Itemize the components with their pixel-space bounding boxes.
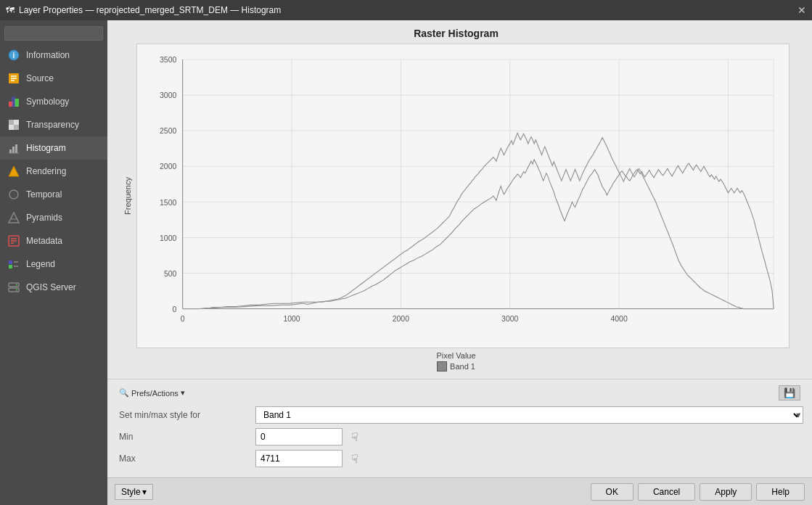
svg-text:2000: 2000 (160, 163, 176, 171)
svg-rect-14 (15, 144, 17, 153)
sidebar-item-pyramids[interactable]: Pyramids (0, 206, 107, 229)
svg-rect-12 (9, 149, 12, 153)
min-label: Min (119, 432, 250, 442)
sidebar-item-label: QGIS Server (26, 282, 76, 292)
svg-text:2500: 2500 (160, 127, 176, 135)
svg-text:2000: 2000 (392, 315, 409, 323)
svg-text:1500: 1500 (160, 199, 176, 207)
svg-rect-11 (14, 125, 19, 130)
symbology-icon (7, 95, 20, 108)
action-buttons: OK Cancel Apply Help (591, 483, 805, 501)
svg-text:500: 500 (163, 270, 176, 278)
sidebar-item-label: Metadata (26, 236, 62, 246)
sidebar-item-label: Transparency (26, 120, 79, 130)
sidebar-item-label: Histogram (26, 143, 66, 153)
sidebar-item-label: Source (26, 73, 54, 83)
y-axis-label: Frequency (123, 177, 132, 215)
sidebar-item-temporal[interactable]: Temporal (0, 183, 107, 206)
metadata-icon (7, 234, 20, 247)
prefs-row: 🔍 Prefs/Actions ▾ 💾 (119, 385, 800, 401)
sidebar-item-metadata[interactable]: Metadata (0, 229, 107, 252)
min-input[interactable] (255, 428, 343, 446)
temporal-icon (7, 188, 20, 201)
sidebar-search-input[interactable] (4, 26, 103, 41)
sidebar-item-label: Symbology (26, 97, 69, 107)
sidebar-item-label: Rendering (26, 166, 66, 176)
prefs-label: Prefs/Actions (131, 389, 179, 398)
cancel-button[interactable]: Cancel (638, 483, 695, 501)
band-legend-label: Band 1 (450, 362, 475, 371)
apply-button[interactable]: Apply (700, 483, 752, 501)
help-button[interactable]: Help (756, 483, 805, 501)
sidebar-item-label: Pyramids (26, 213, 62, 223)
chart-title: Raster Histogram (414, 28, 499, 39)
sidebar-item-symbology[interactable]: Symbology (0, 90, 107, 113)
window-title: Layer Properties — reprojected_merged_SR… (19, 5, 281, 15)
sidebar-item-transparency[interactable]: Transparency (0, 113, 107, 136)
svg-point-32 (16, 284, 17, 286)
sidebar-item-label: Information (26, 50, 70, 60)
svg-line-19 (14, 194, 16, 196)
prefs-actions-button[interactable]: 🔍 Prefs/Actions ▾ (119, 388, 185, 398)
qgis-logo-icon: 🗺 (6, 5, 15, 15)
svg-rect-8 (12, 97, 15, 107)
sidebar-item-information[interactable]: i Information (0, 44, 107, 67)
svg-text:1000: 1000 (160, 234, 176, 242)
svg-text:0: 0 (172, 305, 176, 313)
prefs-dropdown-icon: ▾ (181, 388, 185, 398)
svg-rect-10 (9, 120, 14, 125)
set-minmax-label: Set min/max style for (119, 410, 250, 420)
svg-marker-16 (9, 166, 19, 176)
min-arrow-button[interactable]: ☟ (348, 430, 361, 444)
ok-button[interactable]: OK (591, 483, 633, 501)
svg-text:3000: 3000 (160, 91, 176, 99)
style-button[interactable]: Style ▾ (115, 484, 153, 500)
band-legend-swatch (437, 361, 447, 371)
bottom-bar: Style ▾ OK Cancel Apply Help (107, 477, 812, 505)
chart-area: Raster Histogram Frequency .grid-line { … (107, 20, 812, 379)
main-layout: i Information Source Symbology Transpare… (0, 20, 812, 505)
svg-rect-26 (9, 260, 12, 264)
sidebar-item-source[interactable]: Source (0, 67, 107, 90)
svg-text:3000: 3000 (501, 315, 518, 323)
svg-text:3500: 3500 (160, 56, 176, 64)
content-area: Raster Histogram Frequency .grid-line { … (107, 20, 812, 505)
title-bar: 🗺 Layer Properties — reprojected_merged_… (0, 0, 812, 20)
sidebar-item-legend[interactable]: Legend (0, 252, 107, 276)
rendering-icon (7, 165, 20, 178)
histogram-icon (7, 141, 20, 155)
svg-point-33 (16, 290, 17, 291)
sidebar-item-qgis-server[interactable]: QGIS Server (0, 276, 107, 299)
prefs-icon: 🔍 (119, 388, 129, 398)
server-icon (7, 281, 20, 294)
sidebar-item-label: Legend (26, 259, 55, 269)
max-arrow-button[interactable]: ☟ (348, 452, 361, 466)
sidebar-item-rendering[interactable]: Rendering (0, 160, 107, 183)
histogram-chart: .grid-line { stroke: #ccc; stroke-width:… (136, 44, 790, 348)
save-icon: 💾 (784, 387, 795, 398)
x-axis-label: Pixel Value (436, 351, 475, 360)
sidebar-item-label: Temporal (26, 189, 62, 200)
svg-text:i: i (13, 52, 15, 59)
sidebar: i Information Source Symbology Transpare… (0, 20, 107, 505)
controls-area: 🔍 Prefs/Actions ▾ 💾 Set min/max style fo… (107, 379, 812, 477)
max-field-row: Max ☟ (119, 450, 800, 467)
band-select[interactable]: Band 1 (255, 406, 803, 424)
svg-rect-27 (9, 265, 12, 268)
save-button[interactable]: 💾 (779, 385, 800, 401)
svg-rect-13 (12, 147, 15, 153)
max-input[interactable] (255, 450, 343, 467)
pyramids-icon (7, 211, 20, 224)
svg-marker-20 (9, 213, 19, 223)
sidebar-item-histogram[interactable]: Histogram (0, 136, 107, 160)
band-legend: Band 1 (437, 361, 475, 371)
info-icon: i (7, 49, 20, 62)
source-icon (7, 72, 20, 85)
svg-text:1000: 1000 (283, 315, 300, 323)
style-label: Style (121, 487, 141, 497)
close-button[interactable]: ✕ (797, 4, 806, 16)
min-field-row: Min ☟ (119, 428, 800, 446)
max-label: Max (119, 453, 250, 464)
svg-text:4000: 4000 (610, 315, 627, 323)
legend-icon (7, 258, 20, 271)
